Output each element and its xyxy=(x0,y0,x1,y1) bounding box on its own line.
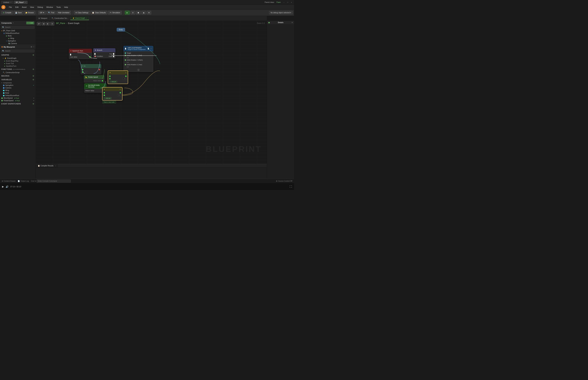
tree-item-camera[interactable]: 📷 Camera xyxy=(0,42,36,45)
menu-help[interactable]: Help xyxy=(62,5,70,9)
compiler-results-tab[interactable]: 📋 Compiler Results × xyxy=(36,164,58,167)
class-settings-button[interactable]: ⚙ Class Settings xyxy=(74,11,90,15)
canvas-mode-button[interactable]: ⊞ ▾ xyxy=(37,22,41,25)
settings-button[interactable]: ⚙ xyxy=(147,11,151,15)
event-dispatchers-add-button[interactable]: ⊕ xyxy=(33,103,34,105)
var-rotate-speed[interactable]: RotateSpeed ● Float ▾ xyxy=(0,99,36,102)
branch-node[interactable]: ⊞ Branch True xyxy=(93,48,115,58)
var-wing[interactable]: Wing xyxy=(0,89,36,92)
menu-view[interactable]: View xyxy=(28,5,36,9)
event-tick[interactable]: ● Event Tick xyxy=(0,62,36,65)
compile-button[interactable]: ⚙ Compile xyxy=(1,11,13,15)
var-camera[interactable]: Camera xyxy=(0,87,36,89)
tab-construction-script[interactable]: 🔨 Construction Scr... xyxy=(50,17,71,20)
source-control-icon: ⚙ xyxy=(276,180,278,182)
graphs-add-button[interactable]: ⊕ xyxy=(33,54,34,56)
var-move-speed[interactable]: MoveSpeed ● Float ▾ xyxy=(0,97,36,99)
menu-edit[interactable]: Edit xyxy=(14,5,20,9)
var-spring-arm[interactable]: SpringArm ↗ xyxy=(0,84,36,87)
bp-plane-tab-close[interactable]: × xyxy=(25,1,26,3)
breadcrumb-root[interactable]: BP_Plane xyxy=(56,22,65,24)
content-drawer-button[interactable]: ⊞ Content Drawer xyxy=(2,180,16,182)
output-log-button[interactable]: 📄 Output Log xyxy=(18,180,29,182)
body-node[interactable]: Body xyxy=(117,28,125,32)
tree-item-body[interactable]: ◈ Body xyxy=(0,35,36,37)
menu-tools[interactable]: Tools xyxy=(55,5,62,9)
untitled-tab[interactable]: Untitled- × xyxy=(1,1,13,4)
add-component-button[interactable]: + + Add xyxy=(26,22,34,24)
event-begin-play[interactable]: ● Event BeginPlay xyxy=(0,60,36,62)
eject-button[interactable]: ⏏ xyxy=(141,11,146,15)
console-command-input[interactable] xyxy=(37,180,71,183)
var-body[interactable]: Body xyxy=(0,92,36,94)
browse-button[interactable]: 📁 Browse xyxy=(24,11,35,15)
tree-item-wing[interactable]: ◈ Wing xyxy=(0,37,36,40)
variables-section-header[interactable]: VARIABLES ⊕ xyxy=(0,78,36,81)
menu-file[interactable]: File xyxy=(7,5,14,9)
maximize-button[interactable]: □ xyxy=(286,1,289,3)
play-button[interactable]: ▶ xyxy=(125,11,130,15)
input-axis-node[interactable]: ● InputAxis Turn Axis Value xyxy=(69,49,92,59)
event-graph-close[interactable]: × xyxy=(86,17,87,19)
event-dispatchers-header[interactable]: EVENT DISPATCHERS ⊕ xyxy=(0,102,36,106)
construction-script-item[interactable]: 🔨 ConstructionScript xyxy=(0,71,36,74)
bp-plane-tab[interactable]: BP_Plane* × xyxy=(14,1,28,4)
compiler-tab-close[interactable]: × xyxy=(55,165,56,167)
macros-add-button[interactable]: ⊕ xyxy=(33,75,34,77)
mult-2-add-pin-button[interactable]: + Add pin xyxy=(109,81,117,83)
components-close[interactable]: × xyxy=(13,22,14,24)
bp-settings-icon[interactable]: ⚙ xyxy=(31,46,32,48)
class-defaults-button[interactable]: 📋 Class Defaults xyxy=(91,11,107,15)
var-default-scene-root[interactable]: DefaultSceneRoot xyxy=(0,94,36,97)
mult-3-add-pin-button[interactable]: + Add pin xyxy=(104,97,112,99)
video-volume-button[interactable]: 🔊 xyxy=(6,185,8,188)
tree-item-default-scene-root[interactable]: ⊞ DefaultSceneRoot xyxy=(0,32,36,35)
multiply-2-close[interactable]: × xyxy=(125,72,126,74)
untitled-tab-close[interactable]: × xyxy=(10,1,11,3)
tab-event-graph[interactable]: ⚡ Event Graph × xyxy=(70,17,89,20)
pause-button[interactable]: ⏸ xyxy=(131,11,135,15)
event-graph-item[interactable]: ▾ ⚡ EventGraph xyxy=(0,57,36,60)
multiply-3-close[interactable]: × xyxy=(120,88,121,90)
menu-asset[interactable]: Asset xyxy=(20,5,28,9)
menu-debug[interactable]: Debug xyxy=(36,5,45,9)
debug-object-select[interactable]: No debug object selected ▾ xyxy=(269,11,293,14)
diff-button[interactable]: Diff ▼ xyxy=(38,11,46,15)
simulation-button[interactable]: 🎮 Simulation xyxy=(108,11,122,15)
blueprint-search-box[interactable]: 🔍 xyxy=(1,50,35,52)
functions-section-header[interactable]: FUNCTIONS (23 OVERRIDABLE) ⊕ xyxy=(0,67,36,71)
add-local-rotation-node[interactable]: Add Local Rotation Target is Scene Compo… xyxy=(124,46,153,72)
multiply-node-1[interactable]: × != 0.0 xyxy=(81,64,101,74)
home-button[interactable]: ⊞ xyxy=(50,22,54,25)
close-button[interactable]: × xyxy=(290,1,293,3)
rotate-speed-node[interactable]: 📐 Rotate Speed Return Value xyxy=(84,75,104,83)
bp-close-button[interactable]: × xyxy=(33,46,34,48)
details-close-button[interactable]: × xyxy=(292,22,293,23)
save-button[interactable]: 💾 Save xyxy=(14,11,23,15)
menu-window[interactable]: Window xyxy=(45,5,55,9)
graphs-section-header[interactable]: GRAPHS ⊕ xyxy=(0,53,36,57)
components-search-input[interactable] xyxy=(5,26,33,28)
tree-item-self[interactable]: ● BP_Plane (Self) xyxy=(0,29,36,32)
input-axis-turn[interactable]: ● InputAxisTurn xyxy=(0,65,36,67)
components-search-box[interactable]: 🔍 xyxy=(1,26,35,29)
video-fullscreen-button[interactable]: ⛶ xyxy=(290,185,292,188)
multiply-node-2[interactable]: × × 3.0 + Add pin xyxy=(108,70,128,84)
variables-add-button[interactable]: ⊕ xyxy=(33,78,34,81)
macros-section-header[interactable]: MACROS ⊕ xyxy=(0,74,36,78)
tree-item-spring-arm[interactable]: ⊸ SpringArm xyxy=(0,40,36,42)
video-play-button[interactable]: ▶ xyxy=(2,185,4,188)
hide-unrelated-button[interactable]: Hide Unrelated xyxy=(57,11,71,15)
graph-canvas[interactable]: ⊞ ▾ ◀ ▶ ⊞ BP_Plane › Event Graph Zoom 1:… xyxy=(36,21,267,164)
minimize-button[interactable]: − xyxy=(283,1,285,3)
functions-add-button[interactable]: ⊕ xyxy=(33,68,34,70)
stop-button[interactable]: ⏹ xyxy=(136,11,141,15)
nav-back-button[interactable]: ◀ xyxy=(42,22,45,25)
blueprint-search-input[interactable] xyxy=(5,50,33,52)
expand-arrow-button[interactable]: ▾ xyxy=(137,69,140,71)
cmd-dropdown-icon[interactable]: ▾ xyxy=(35,180,36,182)
find-button[interactable]: 🔍 Find xyxy=(47,11,56,15)
nav-forward-button[interactable]: ▶ xyxy=(46,22,50,25)
tab-viewport[interactable]: ⊞ Viewport xyxy=(37,17,50,20)
multiply-node-3[interactable]: × × 0.0 + Add pin xyxy=(102,87,122,100)
